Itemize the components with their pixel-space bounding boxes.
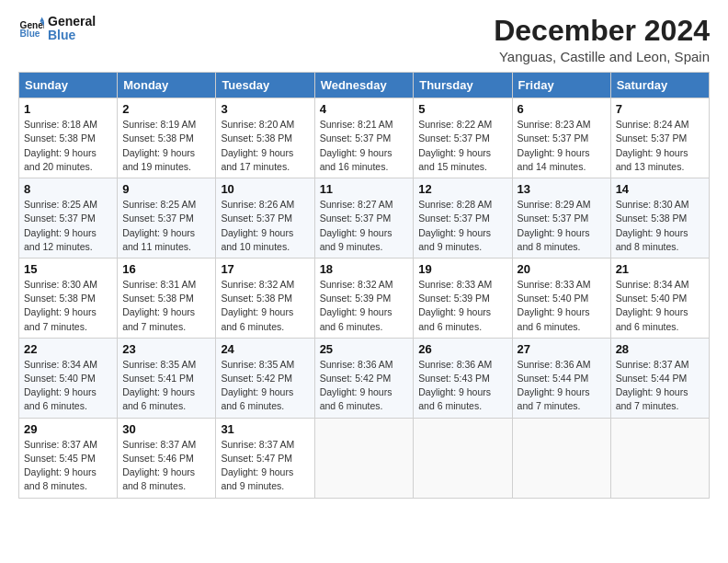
logo-icon: General Blue bbox=[18, 16, 44, 41]
day-number: 11 bbox=[320, 182, 409, 196]
day-number: 19 bbox=[418, 262, 506, 276]
calendar-day-28: 28Sunrise: 8:37 AMSunset: 5:44 PMDayligh… bbox=[610, 338, 709, 418]
empty-cell bbox=[512, 418, 610, 498]
weekday-header-friday: Friday bbox=[512, 73, 610, 98]
logo-line1: General bbox=[48, 15, 96, 29]
day-number: 29 bbox=[24, 422, 112, 436]
day-number: 22 bbox=[24, 342, 112, 356]
day-number: 26 bbox=[418, 342, 506, 356]
calendar-day-26: 26Sunrise: 8:36 AMSunset: 5:43 PMDayligh… bbox=[414, 338, 512, 418]
day-number: 21 bbox=[616, 262, 704, 276]
calendar-day-9: 9Sunrise: 8:25 AMSunset: 5:37 PMDaylight… bbox=[118, 178, 216, 259]
calendar-day-15: 15Sunrise: 8:30 AMSunset: 5:38 PMDayligh… bbox=[19, 258, 118, 338]
calendar-day-25: 25Sunrise: 8:36 AMSunset: 5:42 PMDayligh… bbox=[314, 338, 414, 418]
day-number: 2 bbox=[122, 102, 210, 116]
calendar-week-3: 15Sunrise: 8:30 AMSunset: 5:38 PMDayligh… bbox=[19, 258, 710, 338]
day-info: Sunrise: 8:24 AMSunset: 5:37 PMDaylight:… bbox=[616, 118, 704, 174]
svg-marker-2 bbox=[40, 17, 44, 22]
day-info: Sunrise: 8:23 AMSunset: 5:37 PMDaylight:… bbox=[518, 118, 606, 174]
day-number: 8 bbox=[24, 182, 112, 196]
day-info: Sunrise: 8:36 AMSunset: 5:44 PMDaylight:… bbox=[518, 358, 606, 414]
day-number: 27 bbox=[518, 342, 606, 356]
calendar-day-21: 21Sunrise: 8:34 AMSunset: 5:40 PMDayligh… bbox=[610, 258, 709, 338]
calendar-day-4: 4Sunrise: 8:21 AMSunset: 5:37 PMDaylight… bbox=[314, 98, 414, 178]
weekday-header-saturday: Saturday bbox=[610, 73, 709, 98]
day-number: 13 bbox=[518, 182, 606, 196]
day-info: Sunrise: 8:31 AMSunset: 5:38 PMDaylight:… bbox=[122, 278, 210, 334]
day-number: 12 bbox=[418, 182, 506, 196]
day-info: Sunrise: 8:21 AMSunset: 5:37 PMDaylight:… bbox=[320, 118, 409, 174]
empty-cell bbox=[414, 418, 512, 498]
day-number: 7 bbox=[616, 102, 704, 116]
day-number: 30 bbox=[122, 422, 210, 436]
day-info: Sunrise: 8:33 AMSunset: 5:39 PMDaylight:… bbox=[418, 278, 506, 334]
day-info: Sunrise: 8:25 AMSunset: 5:37 PMDaylight:… bbox=[24, 198, 112, 254]
day-info: Sunrise: 8:28 AMSunset: 5:37 PMDaylight:… bbox=[418, 198, 506, 254]
day-info: Sunrise: 8:37 AMSunset: 5:47 PMDaylight:… bbox=[221, 438, 309, 494]
day-number: 4 bbox=[320, 102, 409, 116]
calendar-day-5: 5Sunrise: 8:22 AMSunset: 5:37 PMDaylight… bbox=[414, 98, 512, 178]
day-number: 18 bbox=[320, 262, 409, 276]
day-number: 9 bbox=[122, 182, 210, 196]
calendar-day-11: 11Sunrise: 8:27 AMSunset: 5:37 PMDayligh… bbox=[314, 178, 414, 259]
day-info: Sunrise: 8:26 AMSunset: 5:37 PMDaylight:… bbox=[221, 198, 309, 254]
weekday-header-monday: Monday bbox=[118, 73, 216, 98]
title-block: December 2024 Yanguas, Castille and Leon… bbox=[494, 15, 710, 64]
calendar-day-31: 31Sunrise: 8:37 AMSunset: 5:47 PMDayligh… bbox=[216, 418, 314, 498]
calendar-day-18: 18Sunrise: 8:32 AMSunset: 5:39 PMDayligh… bbox=[314, 258, 414, 338]
calendar-day-29: 29Sunrise: 8:37 AMSunset: 5:45 PMDayligh… bbox=[19, 418, 118, 498]
day-info: Sunrise: 8:22 AMSunset: 5:37 PMDaylight:… bbox=[418, 118, 506, 174]
calendar-day-16: 16Sunrise: 8:31 AMSunset: 5:38 PMDayligh… bbox=[118, 258, 216, 338]
empty-cell bbox=[314, 418, 414, 498]
day-number: 24 bbox=[221, 342, 309, 356]
day-info: Sunrise: 8:18 AMSunset: 5:38 PMDaylight:… bbox=[24, 118, 112, 174]
calendar-day-13: 13Sunrise: 8:29 AMSunset: 5:37 PMDayligh… bbox=[512, 178, 610, 259]
calendar-day-27: 27Sunrise: 8:36 AMSunset: 5:44 PMDayligh… bbox=[512, 338, 610, 418]
calendar-day-23: 23Sunrise: 8:35 AMSunset: 5:41 PMDayligh… bbox=[118, 338, 216, 418]
calendar-day-1: 1Sunrise: 8:18 AMSunset: 5:38 PMDaylight… bbox=[19, 98, 118, 178]
calendar-week-1: 1Sunrise: 8:18 AMSunset: 5:38 PMDaylight… bbox=[19, 98, 710, 178]
day-info: Sunrise: 8:27 AMSunset: 5:37 PMDaylight:… bbox=[320, 198, 409, 254]
day-info: Sunrise: 8:34 AMSunset: 5:40 PMDaylight:… bbox=[616, 278, 704, 334]
day-info: Sunrise: 8:32 AMSunset: 5:39 PMDaylight:… bbox=[320, 278, 409, 334]
day-info: Sunrise: 8:34 AMSunset: 5:40 PMDaylight:… bbox=[24, 358, 112, 414]
day-info: Sunrise: 8:37 AMSunset: 5:44 PMDaylight:… bbox=[616, 358, 704, 414]
page-header: General Blue General Blue December 2024 … bbox=[18, 15, 710, 64]
day-info: Sunrise: 8:19 AMSunset: 5:38 PMDaylight:… bbox=[122, 118, 210, 174]
empty-cell bbox=[610, 418, 709, 498]
day-number: 3 bbox=[221, 102, 309, 116]
logo: General Blue General Blue bbox=[18, 15, 96, 43]
calendar-week-4: 22Sunrise: 8:34 AMSunset: 5:40 PMDayligh… bbox=[19, 338, 710, 418]
day-number: 15 bbox=[24, 262, 112, 276]
day-info: Sunrise: 8:37 AMSunset: 5:45 PMDaylight:… bbox=[24, 438, 112, 494]
weekday-header-sunday: Sunday bbox=[19, 73, 118, 98]
calendar-day-17: 17Sunrise: 8:32 AMSunset: 5:38 PMDayligh… bbox=[216, 258, 314, 338]
calendar-day-7: 7Sunrise: 8:24 AMSunset: 5:37 PMDaylight… bbox=[610, 98, 709, 178]
day-info: Sunrise: 8:35 AMSunset: 5:41 PMDaylight:… bbox=[122, 358, 210, 414]
day-number: 5 bbox=[418, 102, 506, 116]
day-number: 23 bbox=[122, 342, 210, 356]
day-number: 16 bbox=[122, 262, 210, 276]
day-info: Sunrise: 8:30 AMSunset: 5:38 PMDaylight:… bbox=[616, 198, 704, 254]
day-info: Sunrise: 8:29 AMSunset: 5:37 PMDaylight:… bbox=[518, 198, 606, 254]
day-info: Sunrise: 8:20 AMSunset: 5:38 PMDaylight:… bbox=[221, 118, 309, 174]
calendar-day-10: 10Sunrise: 8:26 AMSunset: 5:37 PMDayligh… bbox=[216, 178, 314, 259]
weekday-header-wednesday: Wednesday bbox=[314, 73, 414, 98]
calendar-day-3: 3Sunrise: 8:20 AMSunset: 5:38 PMDaylight… bbox=[216, 98, 314, 178]
day-info: Sunrise: 8:25 AMSunset: 5:37 PMDaylight:… bbox=[122, 198, 210, 254]
page-title: December 2024 bbox=[494, 15, 710, 47]
calendar-day-30: 30Sunrise: 8:37 AMSunset: 5:46 PMDayligh… bbox=[118, 418, 216, 498]
day-info: Sunrise: 8:35 AMSunset: 5:42 PMDaylight:… bbox=[221, 358, 309, 414]
day-number: 6 bbox=[518, 102, 606, 116]
calendar-week-2: 8Sunrise: 8:25 AMSunset: 5:37 PMDaylight… bbox=[19, 178, 710, 259]
calendar-day-20: 20Sunrise: 8:33 AMSunset: 5:40 PMDayligh… bbox=[512, 258, 610, 338]
day-info: Sunrise: 8:36 AMSunset: 5:42 PMDaylight:… bbox=[320, 358, 409, 414]
calendar-table: SundayMondayTuesdayWednesdayThursdayFrid… bbox=[18, 72, 710, 498]
logo-line2: Blue bbox=[48, 29, 96, 42]
page-subtitle: Yanguas, Castille and Leon, Spain bbox=[494, 49, 710, 64]
day-number: 1 bbox=[24, 102, 112, 116]
day-number: 17 bbox=[221, 262, 309, 276]
day-info: Sunrise: 8:37 AMSunset: 5:46 PMDaylight:… bbox=[122, 438, 210, 494]
day-info: Sunrise: 8:33 AMSunset: 5:40 PMDaylight:… bbox=[518, 278, 606, 334]
calendar-week-5: 29Sunrise: 8:37 AMSunset: 5:45 PMDayligh… bbox=[19, 418, 710, 498]
